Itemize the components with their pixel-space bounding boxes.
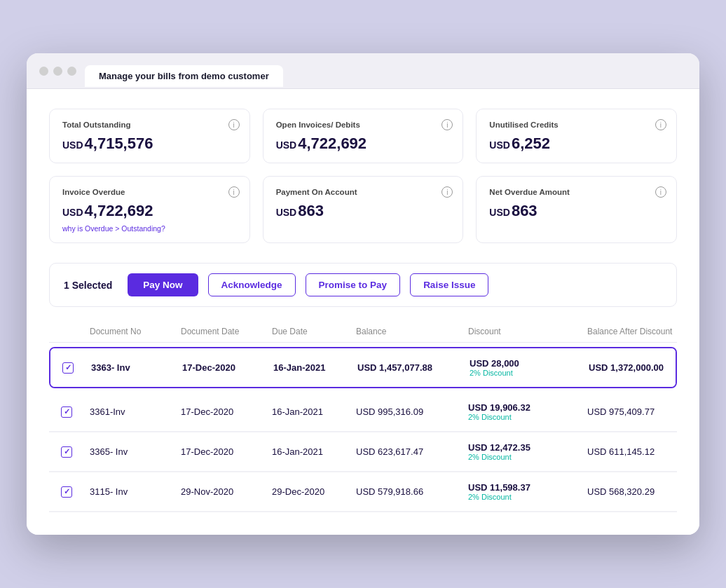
row-wrapper-3361: ✓ 3361-Inv 17-Dec-2020 16-Jan-2021 USD 9… — [49, 392, 677, 432]
doc-no-3361: 3361-Inv — [84, 406, 175, 417]
tab-title: Manage your bills from demo customer — [99, 71, 269, 81]
doc-date-3363: 17-Dec-2020 — [177, 362, 268, 373]
tab-spacer — [292, 63, 687, 88]
checkbox-3115[interactable]: ✓ — [61, 486, 72, 498]
info-icon-total-outstanding[interactable]: i — [228, 119, 240, 130]
checkmark-3361: ✓ — [64, 407, 70, 416]
card-amount-net-overdue-amount: USD863 — [489, 202, 664, 220]
doc-no-3365: 3365- Inv — [84, 446, 175, 457]
discount-3115: USD 11,598.37 2% Discount — [463, 482, 582, 501]
card-title-open-invoices: Open Invoices/ Debits — [276, 121, 451, 129]
traffic-lights — [39, 67, 76, 76]
col-header-checkbox — [49, 327, 84, 336]
browser-tab[interactable]: Manage your bills from demo customer — [85, 65, 283, 87]
traffic-light-minimize[interactable] — [53, 67, 62, 76]
checkbox-3365[interactable]: ✓ — [61, 446, 72, 458]
promise-to-pay-button[interactable]: Promise to Pay — [306, 273, 401, 296]
col-header-balance: Balance — [350, 327, 463, 336]
due-date-3363: 16-Jan-2021 — [268, 362, 352, 373]
checkmark-3363: ✓ — [65, 363, 71, 372]
card-title-unutilised-credits: Unutilised Credits — [489, 121, 664, 129]
checkmark-3115: ✓ — [64, 487, 70, 496]
currency-unutilised-credits: USD — [489, 139, 510, 151]
summary-cards-bottom: i Invoice Overdue USD4,722,692 why is Ov… — [49, 176, 677, 243]
row-wrapper-3115: ✓ 3115- Inv 29-Nov-2020 29-Dec-2020 USD … — [49, 472, 677, 512]
currency-invoice-overdue: USD — [62, 207, 83, 218]
checkbox-3363[interactable]: ✓ — [62, 362, 74, 374]
doc-no-3363: 3363- Inv — [85, 362, 177, 373]
card-title-invoice-overdue: Invoice Overdue — [62, 188, 237, 196]
due-date-3361: 16-Jan-2021 — [266, 406, 350, 417]
browser-titlebar: Manage your bills from demo customer — [27, 53, 699, 89]
invoice-table: Document No Document Date Due Date Balan… — [49, 321, 677, 512]
table-row[interactable]: ✓ 3363- Inv 17-Dec-2020 16-Jan-2021 USD … — [50, 348, 676, 387]
discount-amount-3115: USD 11,598.37 — [468, 482, 576, 493]
traffic-light-close[interactable] — [39, 67, 48, 76]
discount-label-3361: 2% Discount — [468, 413, 576, 421]
browser-window: Manage your bills from demo customer i T… — [27, 53, 699, 535]
checkbox-cell-3115[interactable]: ✓ — [49, 486, 84, 498]
discount-3365: USD 12,472.35 2% Discount — [463, 442, 582, 461]
info-icon-unutilised-credits[interactable]: i — [655, 119, 666, 130]
discount-label-3363: 2% Discount — [470, 369, 577, 377]
balance-after-3365: USD 611,145.12 — [582, 446, 699, 457]
currency-net-overdue-amount: USD — [489, 207, 510, 218]
card-total-outstanding: i Total Outstanding USD4,715,576 — [49, 109, 250, 163]
currency-payment-on-account: USD — [276, 207, 297, 218]
card-amount-payment-on-account: USD863 — [276, 202, 451, 220]
card-amount-invoice-overdue: USD4,722,692 — [62, 202, 237, 220]
card-title-net-overdue-amount: Net Overdue Amount — [489, 188, 664, 196]
discount-amount-3363: USD 28,000 — [470, 358, 577, 369]
discount-amount-3361: USD 19,906.32 — [468, 402, 576, 413]
balance-3115: USD 579,918.66 — [350, 486, 463, 497]
table-row[interactable]: ✓ 3361-Inv 17-Dec-2020 16-Jan-2021 USD 9… — [49, 392, 677, 432]
info-icon-open-invoices[interactable]: i — [441, 119, 453, 130]
row-wrapper-3365: ✓ 3365- Inv 17-Dec-2020 16-Jan-2021 USD … — [49, 432, 677, 472]
table-row[interactable]: ✓ 3115- Inv 29-Nov-2020 29-Dec-2020 USD … — [49, 472, 677, 512]
browser-content: i Total Outstanding USD4,715,576 i Open … — [27, 89, 699, 535]
doc-date-3115: 29-Nov-2020 — [175, 486, 266, 497]
balance-after-3115: USD 568,320.29 — [582, 486, 699, 497]
discount-3361: USD 19,906.32 2% Discount — [463, 402, 582, 421]
card-title-payment-on-account: Payment On Account — [276, 188, 451, 196]
table-row[interactable]: ✓ 3365- Inv 17-Dec-2020 16-Jan-2021 USD … — [49, 432, 677, 472]
card-unutilised-credits: i Unutilised Credits USD6,252 — [476, 109, 677, 163]
balance-after-3363: USD 1,372,000.00 — [583, 362, 677, 373]
col-header-due-date: Due Date — [266, 327, 350, 336]
traffic-light-maximize[interactable] — [67, 67, 76, 76]
summary-cards-top: i Total Outstanding USD4,715,576 i Open … — [49, 109, 677, 163]
due-date-3115: 29-Dec-2020 — [266, 486, 350, 497]
balance-3361: USD 995,316.09 — [350, 406, 463, 417]
balance-3365: USD 623,617.47 — [350, 446, 463, 457]
discount-label-3115: 2% Discount — [468, 493, 576, 501]
checkbox-3361[interactable]: ✓ — [61, 406, 72, 418]
checkbox-cell-3363[interactable]: ✓ — [50, 362, 85, 374]
info-icon-net-overdue-amount[interactable]: i — [655, 186, 666, 198]
col-header-discount: Discount — [463, 327, 582, 336]
currency-total-outstanding: USD — [62, 139, 83, 151]
selected-count-label: 1 Selected — [64, 280, 112, 291]
card-open-invoices: i Open Invoices/ Debits USD4,722,692 — [263, 109, 464, 163]
card-note-invoice-overdue[interactable]: why is Overdue > Outstanding? — [62, 224, 237, 233]
currency-open-invoices: USD — [276, 139, 297, 151]
col-header-balance-after: Balance After Discount — [582, 327, 699, 336]
acknowledge-button[interactable]: Acknowledge — [208, 273, 296, 296]
pay-now-button[interactable]: Pay Now — [128, 273, 198, 296]
discount-label-3365: 2% Discount — [468, 453, 576, 461]
col-header-doc-date: Document Date — [175, 327, 266, 336]
card-title-total-outstanding: Total Outstanding — [62, 121, 237, 129]
doc-date-3361: 17-Dec-2020 — [175, 406, 266, 417]
balance-after-3361: USD 975,409.77 — [582, 406, 699, 417]
checkmark-3365: ✓ — [64, 447, 70, 456]
card-amount-total-outstanding: USD4,715,576 — [62, 135, 237, 153]
doc-date-3365: 17-Dec-2020 — [175, 446, 266, 457]
doc-no-3115: 3115- Inv — [84, 486, 175, 497]
balance-3363: USD 1,457,077.88 — [352, 362, 464, 373]
info-icon-payment-on-account[interactable]: i — [441, 186, 453, 198]
card-net-overdue-amount: i Net Overdue Amount USD863 — [476, 176, 677, 243]
raise-issue-button[interactable]: Raise Issue — [410, 273, 488, 296]
checkbox-cell-3365[interactable]: ✓ — [49, 446, 84, 458]
table-header: Document No Document Date Due Date Balan… — [49, 321, 677, 343]
checkbox-cell-3361[interactable]: ✓ — [49, 406, 84, 418]
info-icon-invoice-overdue[interactable]: i — [228, 186, 240, 198]
